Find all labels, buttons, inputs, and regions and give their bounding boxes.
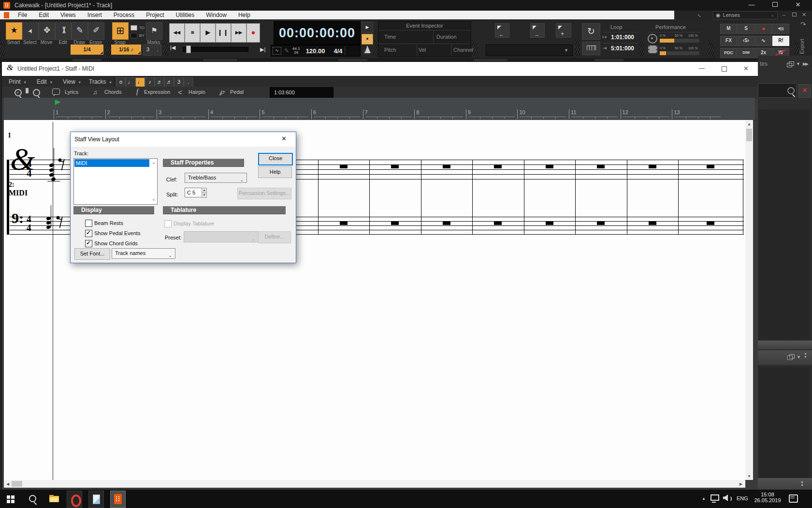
whole-rest[interactable] xyxy=(597,165,605,168)
eighth-note-button[interactable]: ♪ xyxy=(145,77,155,87)
track-names-dropdown[interactable]: Track names⌄ xyxy=(112,248,175,259)
smart-tool-button[interactable]: ★ xyxy=(6,22,22,40)
dock-icon[interactable] xyxy=(787,62,792,68)
menu-insert[interactable]: Insert xyxy=(82,12,108,18)
stop-button[interactable]: ■ xyxy=(185,23,200,43)
network-icon[interactable] xyxy=(710,494,719,503)
clef-dropdown[interactable]: Treble/Bass⌄ xyxy=(185,173,247,183)
rewind-button[interactable]: ◀◀ xyxy=(169,23,185,43)
staff-menu-print[interactable]: Print▼ xyxy=(9,76,27,87)
split-spinner[interactable]: ▲ ▼ xyxy=(202,188,207,197)
speaker-icon[interactable] xyxy=(723,494,732,502)
track-list-item-selected[interactable]: MIDI xyxy=(74,159,149,167)
staff-ruler[interactable]: 12345678910111213 xyxy=(4,98,755,120)
whole-rest[interactable] xyxy=(494,165,502,168)
dialog-close-icon[interactable]: ✕ xyxy=(281,135,287,142)
search-input[interactable] xyxy=(758,83,797,98)
split-field[interactable]: C 5 xyxy=(185,188,203,197)
scroll-right-arrow[interactable]: ▶ xyxy=(740,482,742,486)
ei-channel-field[interactable]: Channel xyxy=(453,47,473,53)
checkbox-icon[interactable] xyxy=(164,220,172,227)
mini-play-button[interactable]: ▶ xyxy=(362,22,373,33)
draw-resolution-dropdown[interactable]: 1/4 xyxy=(71,45,103,55)
snap-to-toggle[interactable] xyxy=(130,25,137,30)
dotted-note-button[interactable]: . xyxy=(184,77,193,87)
position-readout[interactable]: 1:03:600 xyxy=(270,87,334,98)
checkbox-icon[interactable] xyxy=(85,220,92,227)
loop-end-value[interactable]: 5:01:000 xyxy=(611,45,634,52)
vscroll-thumb[interactable] xyxy=(746,129,752,141)
meter-display[interactable]: 4/4 xyxy=(334,47,342,55)
menu-window[interactable]: Window xyxy=(200,12,232,18)
zoom-slider[interactable] xyxy=(26,88,29,93)
list-scroll-down-icon[interactable]: ▼ xyxy=(152,198,156,202)
staff-menu-view[interactable]: View▼ xyxy=(63,76,82,87)
pane-close-icon[interactable]: ✕ xyxy=(802,12,806,18)
spinner-down[interactable]: ▼ xyxy=(202,193,207,198)
export-arrow-icon[interactable]: ↷ xyxy=(800,20,806,28)
hairpin-button[interactable]: Hairpin xyxy=(188,89,205,95)
whole-rest[interactable] xyxy=(391,222,399,225)
scroll-up-arrow[interactable]: ▲ xyxy=(747,122,751,126)
position-slider-track[interactable] xyxy=(183,47,248,52)
browser-content-top[interactable] xyxy=(759,110,810,340)
close-button-dialog[interactable]: Close xyxy=(258,153,293,165)
help-button[interactable]: Help xyxy=(258,166,292,178)
whole-rest[interactable] xyxy=(707,165,714,168)
notepad-button[interactable] xyxy=(88,491,104,508)
expression-button[interactable]: Expression xyxy=(144,89,170,95)
mini-record-button[interactable]: ● xyxy=(362,34,373,45)
thirtysecond-note-button[interactable]: ♬ xyxy=(164,77,174,87)
pdc-button[interactable]: PDC xyxy=(720,48,737,58)
dialog-titlebar[interactable]: Staff View Layout ✕ xyxy=(71,132,296,147)
panel-menu-icon[interactable]: ▼ xyxy=(797,355,801,359)
menu-process[interactable]: Process xyxy=(108,12,140,18)
select-tool-button[interactable]: ➤ xyxy=(22,22,39,40)
define-button[interactable]: Define... xyxy=(258,231,291,243)
zoom-in-icon[interactable]: + xyxy=(14,89,22,96)
staff-window-titlebar[interactable]: & Untitled Project1 - Staff - MIDI — ✕ xyxy=(2,62,758,76)
staff-menu-tracks[interactable]: Tracks▼ xyxy=(89,76,112,87)
chords-button[interactable]: Chords xyxy=(104,89,121,95)
menu-project[interactable]: Project xyxy=(140,12,170,18)
whole-rest[interactable] xyxy=(443,165,450,168)
staff-minimize-button[interactable]: — xyxy=(699,65,705,72)
staff-close-button[interactable]: ✕ xyxy=(743,65,749,72)
snap-resolution-dropdown[interactable]: 1/16 ♪ xyxy=(111,45,141,55)
arm-record-button[interactable]: ● xyxy=(755,24,772,34)
horizontal-scrollbar[interactable]: ◀ ▶ xyxy=(4,480,745,488)
ei-time-field[interactable]: Time xyxy=(384,34,396,40)
browser-tab[interactable]: tes xyxy=(760,60,768,67)
zoom-out-icon[interactable]: - xyxy=(33,89,40,96)
panel-divider[interactable] xyxy=(758,341,812,349)
cakewalk-taskbar-button[interactable] xyxy=(110,491,126,508)
playhead-flag[interactable] xyxy=(55,100,61,106)
quarter-note-button[interactable]: ♩ xyxy=(135,77,145,87)
scroll-down-arrow[interactable]: ▼ xyxy=(747,474,751,478)
menu-help[interactable]: Help xyxy=(232,12,256,18)
menu-edit[interactable]: Edit xyxy=(33,12,55,18)
marker-add-button[interactable]: + xyxy=(556,23,571,38)
edit-tool-button[interactable]: 🔧︎ xyxy=(55,22,72,40)
go-to-end-button[interactable]: ▶| xyxy=(260,46,265,53)
menu-utilities[interactable]: Utilities xyxy=(170,12,201,18)
metronome-icon[interactable] xyxy=(364,45,371,53)
track-listbox[interactable]: MIDI ▲ ▼ xyxy=(73,158,158,205)
ei-duration-field[interactable]: Duration xyxy=(436,34,457,40)
pause-button[interactable]: ❙❙ xyxy=(216,23,231,43)
mute-button[interactable]: M xyxy=(720,24,737,34)
tempo-display[interactable]: 120.00 xyxy=(306,47,325,55)
set-font-button[interactable]: Set Font... xyxy=(74,248,110,260)
ei-vel-field[interactable]: Vel xyxy=(419,47,426,53)
snap-dot-button[interactable]: . xyxy=(154,45,161,56)
record-button[interactable]: ● xyxy=(246,23,260,43)
dim-button[interactable]: DIM xyxy=(738,48,754,58)
set-loop-points-button[interactable] xyxy=(582,42,600,55)
sync-icon[interactable]: ∿ xyxy=(273,47,281,55)
whole-rest[interactable] xyxy=(340,222,348,225)
checkbox-icon[interactable] xyxy=(85,230,92,237)
expand-arrows-icon[interactable]: ↔ xyxy=(696,11,704,19)
menu-views[interactable]: Views xyxy=(55,12,82,18)
play-button[interactable]: ▶ xyxy=(200,23,216,43)
staff-menu-edit[interactable]: Edit▼ xyxy=(37,76,53,87)
